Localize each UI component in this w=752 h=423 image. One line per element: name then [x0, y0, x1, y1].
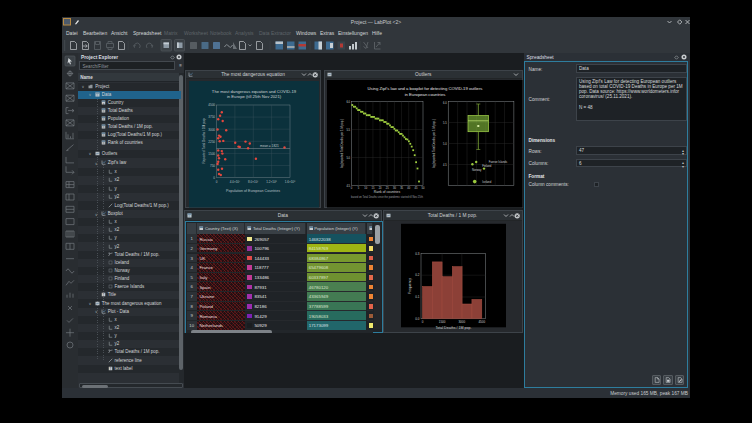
svg-text:Finland: Finland [482, 164, 492, 168]
svg-text:0.2: 0.2 [415, 273, 420, 277]
svg-text:Reported Total Deaths / 1M pop: Reported Total Deaths / 1M pop [202, 118, 206, 163]
svg-text:in Europe (till 25th Nov 2021): in Europe (till 25th Nov 2021) [227, 94, 282, 99]
svg-text:1500: 1500 [438, 320, 445, 324]
svg-text:5.5: 5.5 [346, 127, 350, 131]
svg-text:based on Total Deaths since th: based on Total Deaths since the pandemic… [351, 194, 423, 198]
svg-text:Frequency: Frequency [408, 278, 412, 294]
svg-text:3000: 3000 [208, 127, 215, 131]
svg-text:3000: 3000 [458, 320, 465, 324]
svg-text:Norway: Norway [472, 167, 482, 171]
svg-text:4.5: 4.5 [346, 183, 350, 187]
svg-text:4500: 4500 [208, 103, 215, 107]
svg-text:5.0: 5.0 [346, 155, 350, 159]
svg-text:The most dangerous equation an: The most dangerous equation and COVID-19 [212, 88, 297, 93]
svg-text:4500: 4500 [478, 320, 485, 324]
svg-text:T: T [103, 293, 105, 297]
svg-text:Total Deaths / 1M pop.: Total Deaths / 1M pop. [435, 326, 471, 330]
svg-text:0.1: 0.1 [415, 295, 420, 299]
svg-text:T: T [109, 367, 111, 371]
svg-text:750: 750 [210, 163, 215, 167]
svg-text:Faeroe Islands: Faeroe Islands [488, 160, 507, 164]
svg-text:2250: 2250 [208, 139, 215, 143]
svg-text:4.0×10⁷: 4.0×10⁷ [230, 179, 240, 183]
svg-text:5.5: 5.5 [443, 120, 447, 124]
svg-text:1.2×10⁸: 1.2×10⁸ [266, 179, 277, 183]
svg-text:log(reported Total Deaths per: log(reported Total Deaths per 1 M pop.) [340, 119, 344, 168]
svg-text:in European countries: in European countries [404, 91, 445, 96]
svg-text:6.0: 6.0 [443, 100, 447, 104]
svg-text:1500: 1500 [208, 151, 215, 155]
svg-text:8.0×10⁷: 8.0×10⁷ [248, 179, 258, 183]
svg-text:0.0: 0.0 [415, 317, 420, 321]
svg-text:6.0: 6.0 [346, 99, 350, 103]
svg-text:4.5: 4.5 [443, 162, 447, 166]
svg-text:3750: 3750 [208, 115, 215, 119]
svg-text:Iceland: Iceland [482, 179, 491, 183]
svg-text:5.0: 5.0 [443, 141, 447, 145]
svg-text:Using Zipf's law and a boxplot: Using Zipf's law and a boxplot for detec… [367, 86, 482, 91]
svg-text:0.3: 0.3 [415, 252, 420, 256]
svg-text:log(reported Total Deaths per: log(reported Total Deaths per 1 M pop.) [432, 119, 436, 168]
svg-text:mean = 1821: mean = 1821 [260, 143, 279, 147]
svg-text:1.6×10⁸: 1.6×10⁸ [285, 179, 296, 183]
svg-text:Population of European Countri: Population of European Countries [226, 188, 280, 192]
svg-text:Rank of countries: Rank of countries [373, 189, 400, 193]
